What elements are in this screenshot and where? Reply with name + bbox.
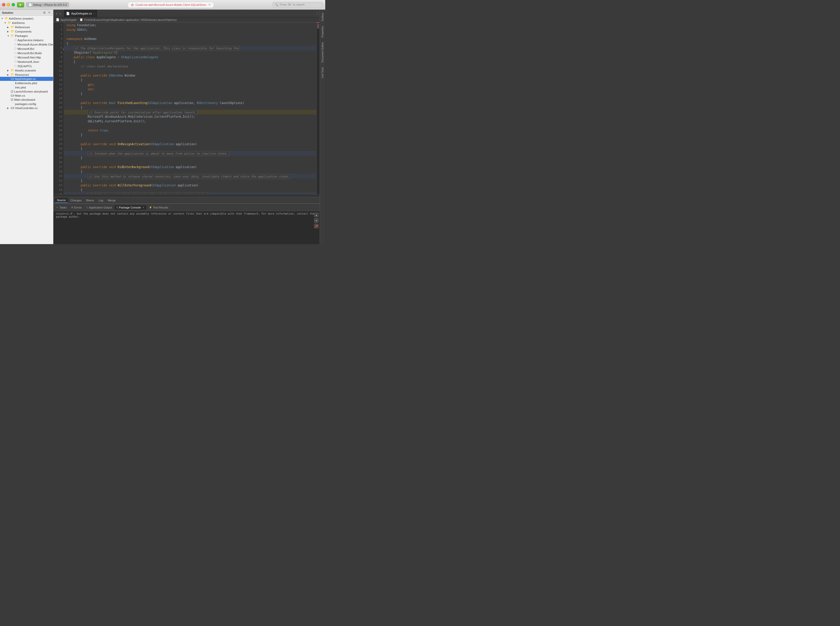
folder-icon: 📁 <box>8 21 11 24</box>
tree-root[interactable]: ▼ 📁 AshDemo (master) <box>0 16 53 20</box>
code-line: SQLitePCL.CurrentPlatform.Init(); <box>64 119 317 124</box>
tab-label: Application Output <box>89 206 112 209</box>
tree-viewcontroller[interactable]: ▶ C# ViewController.cs <box>0 106 53 110</box>
tree-label: Packages <box>15 34 28 38</box>
tree-appdelegate[interactable]: C# AppDelegate.cs <box>0 77 53 81</box>
tab-source[interactable]: Source <box>55 198 68 203</box>
list-item[interactable]: 🖼 Main.storyboard <box>0 98 53 102</box>
close-button[interactable] <box>2 3 5 6</box>
output-icon: □ <box>86 206 88 209</box>
tab-log[interactable]: Log <box>97 198 105 203</box>
list-item[interactable]: ⬡ Microsoft.Bcl <box>0 47 53 51</box>
bottom-section: ✓ Tasks ⊘ Errors □ Application Output □ … <box>53 203 320 244</box>
tab-errors[interactable]: ⊘ Errors <box>69 205 84 210</box>
tab-test-results[interactable]: ⚡ Test Results <box>147 205 170 210</box>
tree-ashdemo[interactable]: ▼ 📁 AshDemo <box>0 20 53 25</box>
tab-menu-button[interactable]: ⋮ <box>315 9 320 17</box>
list-item[interactable]: C# Main.cs <box>0 94 53 98</box>
back-arrow[interactable]: ‹ <box>55 11 58 16</box>
tab-close-button[interactable]: ○ <box>94 12 95 15</box>
sidebar-expand-button[interactable]: ⊞ <box>42 11 46 14</box>
code-line <box>64 96 317 101</box>
solution-label: Solution <box>2 11 13 14</box>
code-content[interactable]: using Foundation; using UIKit; namespace… <box>64 22 317 194</box>
scroll-thumb[interactable] <box>317 23 319 29</box>
list-item[interactable]: ⬡ Microsoft.Azure.Mobile.Client <box>0 42 53 47</box>
tree-label: Main.cs <box>15 94 25 97</box>
search-bar[interactable]: 🔍 Press '⌘.' to search <box>272 2 323 7</box>
line-number: 25 <box>53 124 64 128</box>
line-number: 12 <box>53 69 64 73</box>
code-line: public class AppDelegate : UIApplication… <box>64 55 317 59</box>
list-item[interactable]: 🖼 LaunchScreen.storyboard <box>0 89 53 94</box>
tree-label: Newtonsoft.Json <box>17 60 39 63</box>
line-number: 43 <box>53 183 64 188</box>
storyboard-icon: 🖼 <box>11 90 14 93</box>
horizontal-scrollbar[interactable] <box>53 194 320 197</box>
cs-file-icon: C# <box>11 106 14 110</box>
right-tab-document-outline[interactable]: Document Outline <box>321 40 325 64</box>
list-item[interactable]: ⬡ AppService.Helpers <box>0 38 53 42</box>
code-line: } <box>64 133 317 137</box>
line-number: 36 <box>53 160 64 165</box>
list-item[interactable]: ▶ 📁 Assets.xcassets <box>0 68 53 72</box>
run-button[interactable]: ▶ <box>17 2 24 7</box>
tree-components[interactable]: ▶ 📁 Components <box>0 29 53 34</box>
tree-arrow: ▶ <box>7 74 10 76</box>
line-number: 2 <box>53 27 64 32</box>
code-line: public override void DidEnterBackground(… <box>64 165 317 169</box>
list-item[interactable]: ▶ 📁 Resources <box>0 72 53 77</box>
list-item[interactable]: ⬡ Newtonsoft.Json <box>0 59 53 64</box>
line-number: 15 <box>53 82 64 87</box>
folder-icon: 📁 <box>11 30 14 33</box>
list-item[interactable]: ⬡ Microsoft.Bcl.Build <box>0 51 53 55</box>
line-number: 10 <box>53 59 64 64</box>
breadcrumb-method: FinishedLaunching(UIApplication applicat… <box>84 18 176 21</box>
code-editor: 1 2 3 4 5 6 8 9 10 11 12 13 14 15 16 17 <box>53 22 320 194</box>
tree-label: Components <box>15 30 31 33</box>
code-line <box>64 124 317 128</box>
tab-package-console[interactable]: □ Package Console ✕ <box>114 205 146 210</box>
sidebar-collapse-button[interactable]: ✕ <box>47 11 51 14</box>
package-icon: ⬡ <box>14 52 17 55</box>
right-tab-properties[interactable]: Properties <box>321 24 325 40</box>
tab-merge[interactable]: Merge <box>106 198 118 203</box>
dismiss-icon[interactable]: ✕ <box>208 3 211 6</box>
scroll-indicator[interactable] <box>317 22 320 194</box>
tab-blame[interactable]: Blame <box>84 198 96 203</box>
right-tab-toolbox[interactable]: Toolbox <box>321 11 325 23</box>
tab-app-output[interactable]: □ Application Output <box>84 205 114 210</box>
maximize-button[interactable] <box>12 3 15 6</box>
line-number: 18 <box>53 96 64 101</box>
code-line: { <box>64 41 317 46</box>
scheme-selector[interactable]: 📄 Debug › iPhone 6s iOS 9.3 <box>26 2 69 7</box>
scroll-up-button[interactable]: ▲ <box>314 213 319 217</box>
package-icon: ⬡ <box>14 43 17 46</box>
tree-references[interactable]: ▶ 📁 References <box>0 25 53 29</box>
code-line <box>64 137 317 142</box>
clear-button[interactable]: ⊗ <box>314 218 319 223</box>
tab-close-icon[interactable]: ✕ <box>142 206 144 209</box>
list-item[interactable]: 📄 Info.plist <box>0 85 53 89</box>
forward-arrow[interactable]: › <box>59 11 62 16</box>
list-item[interactable]: ⬡ Microsoft.Net.Http <box>0 55 53 59</box>
minimize-button[interactable] <box>7 3 10 6</box>
tab-appdelegate[interactable]: 📄 AppDelegate.cs ○ <box>64 9 98 17</box>
line-number: 3 <box>53 32 64 37</box>
line-number: 31 <box>53 151 64 156</box>
line-number: 28 <box>53 137 64 142</box>
right-tab-unit-tests[interactable]: Unit Tests <box>321 65 325 80</box>
tree-packages[interactable]: ▼ 📁 Packages <box>0 34 53 38</box>
list-item[interactable]: 📄 packages.config <box>0 102 53 106</box>
search-placeholder: Press '⌘.' to search <box>280 3 304 6</box>
tab-changes[interactable]: Changes <box>68 198 84 203</box>
tree-label: Microsoft.Bcl.Build <box>17 52 42 55</box>
list-item[interactable]: ⬡ SQLitePCL <box>0 64 53 68</box>
line-number: 45 <box>53 192 64 194</box>
pin-button[interactable]: 📌 <box>314 224 319 228</box>
list-item[interactable]: 📄 Entitlements.plist <box>0 81 53 85</box>
line-number: 38 <box>53 169 64 174</box>
tab-tasks[interactable]: ✓ Tasks <box>55 205 69 210</box>
folder-icon: 📁 <box>5 17 8 20</box>
error-banner: ⊘ Could not add Microsoft.Azure.Mobile.C… <box>71 2 270 8</box>
